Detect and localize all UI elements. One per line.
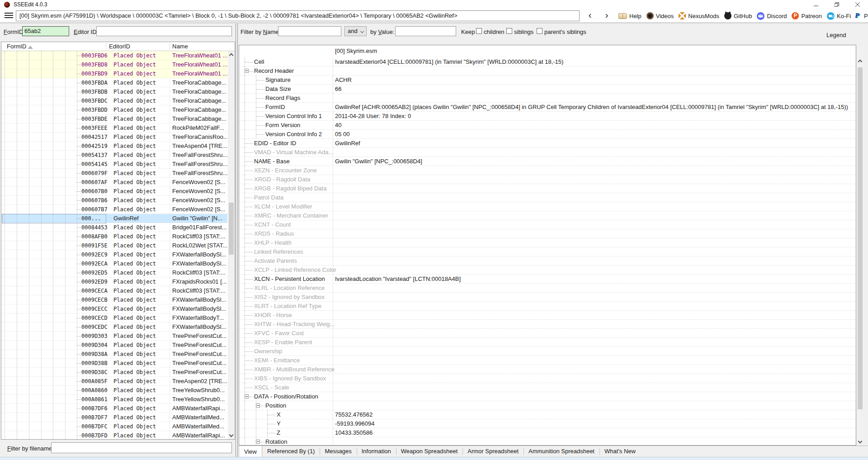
help-link[interactable]: Help: [618, 13, 642, 19]
scroll-down-icon[interactable]: [229, 433, 234, 437]
record-field-row[interactable]: Rotation: [239, 437, 856, 445]
tree-row[interactable]: 00054137Placed ObjectTreeFallForestShru.…: [1, 151, 227, 160]
keep-siblings-checkbox[interactable]: [506, 28, 512, 34]
record-field-row[interactable]: X75532.476562: [239, 410, 856, 419]
tree-row[interactable]: 00084453Placed ObjectBridge01FallForest.…: [1, 223, 227, 232]
tree-row[interactable]: 0003FBD9Placed ObjectTreeFloraWheat01 ..…: [1, 69, 227, 78]
tree-row[interactable]: 000B7DFCPlaced ObjectAMBWaterfallMed...: [1, 422, 227, 431]
record-field-row[interactable]: XIBS - Ignored By Sandbox: [239, 374, 856, 383]
detail-scrollbar[interactable]: [857, 47, 863, 446]
tree-row[interactable]: 000607B6Placed ObjectFenceWoven02 [S...: [1, 196, 227, 205]
record-field-row[interactable]: Record Header: [239, 66, 856, 76]
tree-row[interactable]: 0003FBDDPlaced ObjectTreeFloraCabbage...: [1, 105, 227, 114]
tree-row[interactable]: 000A0860Placed ObjectTreeYellowShrub0...: [1, 386, 227, 395]
record-field-row[interactable]: Patrol Data: [239, 193, 856, 202]
close-button[interactable]: [847, 0, 868, 9]
field-value[interactable]: 05 00: [335, 131, 350, 138]
field-value[interactable]: 66: [335, 85, 341, 92]
detail-scroll-up-icon[interactable]: [858, 60, 863, 64]
record-field-row[interactable]: XRDS - Radius: [239, 229, 856, 238]
record-field-row[interactable]: Form Version40: [239, 121, 856, 130]
tab-weapon-spreadsheet[interactable]: Weapon Spreadsheet: [396, 446, 463, 457]
tree-row[interactable]: 0009CECBPlaced ObjectFXWaterfallBodySl..…: [1, 295, 227, 304]
record-field-row[interactable]: XEZN - Encounter Zone: [239, 166, 856, 175]
record-field-row[interactable]: EDID - Editor IDGwilinRef: [239, 139, 856, 148]
tree-row[interactable]: 0009CECAPlaced ObjectRockCliff03 [STAT:.…: [1, 286, 227, 295]
record-field-row[interactable]: XLRL - Location Reference: [239, 284, 856, 293]
tree-row[interactable]: 0008AFB0Placed ObjectRockCliff03 [STAT:.…: [1, 232, 227, 241]
record-field-row[interactable]: XRGB - Ragdoll Biped Data: [239, 184, 856, 193]
record-field-row[interactable]: Z10433.350586: [239, 428, 856, 437]
tree-row[interactable]: 0003FBD6Placed ObjectTreeFloraWheat01 ..…: [1, 51, 227, 60]
tree-row[interactable]: 0003FBD8Placed ObjectTreeFloraWheat01 ..…: [1, 60, 227, 69]
record-field-row[interactable]: XIS2 - Ignored by Sandbox: [239, 293, 856, 302]
record-field-row[interactable]: XMRC - Merchant Container: [239, 211, 856, 220]
tree-row[interactable]: 0009CECCPlaced ObjectFXWaterfallBodySl..…: [1, 304, 227, 313]
record-field-row[interactable]: Linked References: [239, 247, 856, 256]
tree-row[interactable]: 0009D38BPlaced ObjectTreePineForestCut..…: [1, 359, 227, 368]
tab-referenced-by-1[interactable]: Referenced By (1): [262, 446, 320, 457]
tree-row[interactable]: 000B7DFDPlaced ObjectAMBWaterfallRapi...: [1, 431, 227, 439]
tree-row[interactable]: 0003FEEEPlaced ObjectRockPileM02FallF...: [1, 123, 227, 133]
record-field-row[interactable]: XCNT - Count: [239, 220, 856, 229]
tree-row[interactable]: 00091F5EPlaced ObjectRockL02Wet [STAT...: [1, 241, 227, 250]
record-field-row[interactable]: XCLP - Linked Reference Color: [239, 266, 856, 275]
record-field-row[interactable]: XSCL - Scale: [239, 383, 856, 392]
column-header-editorid[interactable]: EditorID: [109, 43, 130, 50]
tree-row[interactable]: 0009D303Placed ObjectTreePineForestCut..…: [1, 332, 227, 341]
editorid-filter-input[interactable]: [96, 26, 232, 36]
tree-row[interactable]: 000A0861Placed ObjectTreeYellowShrub0...: [1, 395, 227, 404]
videos-link[interactable]: Videos: [646, 12, 674, 19]
scroll-up-icon[interactable]: [229, 53, 234, 58]
forward-button[interactable]: ›: [600, 9, 613, 22]
formid-filter-input[interactable]: 65ab2: [22, 26, 69, 36]
menu-icon[interactable]: [5, 13, 13, 19]
github-link[interactable]: GitHub: [724, 12, 752, 19]
field-value[interactable]: ACHR: [335, 76, 352, 83]
minimize-button[interactable]: [806, 0, 826, 9]
tree-row[interactable]: 00054145Placed ObjectTreeFallForestShru.…: [1, 160, 227, 169]
collapse-icon[interactable]: [256, 403, 260, 408]
filename-filter-input[interactable]: [51, 442, 232, 453]
tree-row[interactable]: 0006079FPlaced ObjectTreeFallForestShru.…: [1, 169, 227, 178]
record-field-row[interactable]: XLCM - Level Modifier: [239, 202, 856, 211]
filter-name-input[interactable]: [278, 26, 341, 36]
tree-row[interactable]: 000B7DF7Placed ObjectAMBWaterfallMed...: [1, 413, 227, 422]
record-field-row[interactable]: Y-59193.996094: [239, 419, 856, 428]
record-field-row[interactable]: VMAD - Virtual Machine Ada...: [239, 148, 856, 157]
kofi-link[interactable]: Ko-Fi: [827, 12, 851, 20]
legend-link[interactable]: Legend: [826, 32, 846, 38]
record-field-row[interactable]: FormIDGwilinRef [ACHR:00065AB2] (places …: [239, 103, 856, 112]
column-header-formid[interactable]: FormID: [7, 43, 26, 50]
tree-scrollbar-thumb[interactable]: [229, 203, 234, 255]
field-value[interactable]: 2011-04-28 User: 78 Index: 0: [335, 113, 411, 119]
back-button[interactable]: ‹: [584, 9, 596, 22]
patreon-link[interactable]: Patreon: [792, 12, 822, 19]
record-field-row[interactable]: XLRT - Location Ref Type: [239, 302, 856, 311]
tree-row[interactable]: 000607B7Placed ObjectFenceWoven02 [S...: [1, 205, 227, 214]
discord-link[interactable]: Discord: [757, 12, 787, 20]
field-value[interactable]: Gwilin "Gwilin" [NPC_:000658D4]: [335, 158, 422, 165]
tree-row[interactable]: 0003FBDCPlaced ObjectTreeFloraCabbage...: [1, 96, 227, 105]
field-value[interactable]: 40: [335, 122, 341, 128]
tree-row[interactable]: 000B7DF6Placed ObjectAMBWaterfallRapi...: [1, 404, 227, 413]
record-field-row[interactable]: XRGD - Ragdoll Data: [239, 175, 856, 184]
field-value[interactable]: IvarsteadLocation "Ivarstead" [LCTN:0001…: [335, 275, 461, 282]
tree-row[interactable]: 000607AFPlaced ObjectFenceWoven02 [S...: [1, 178, 227, 187]
tree-row[interactable]: 0009D304Placed ObjectTreePineForestCut..…: [1, 341, 227, 350]
tree-row[interactable]: 00092ED9Placed ObjectFXrapidsRocks01 [..…: [1, 277, 227, 286]
record-field-row[interactable]: Record Flags: [239, 94, 856, 103]
tree-row[interactable]: 0003FBDAPlaced ObjectTreeFloraCabbage...: [1, 78, 227, 87]
record-field-row[interactable]: Version Control Info 12011-04-28 User: 7…: [239, 112, 856, 121]
tree-row[interactable]: 000A085FPlaced ObjectTreeAspen02 [TRE...: [1, 377, 227, 386]
field-value[interactable]: 75532.476562: [335, 411, 373, 418]
tab-view[interactable]: View: [239, 446, 262, 457]
field-value[interactable]: IvarsteadExterior04 [CELL:00009781] (in …: [335, 58, 563, 65]
tree-row[interactable]: 000...GwilinRefGwilin "Gwilin" [N...: [1, 214, 227, 223]
record-field-row[interactable]: SignatureACHR: [239, 76, 856, 85]
tree-row[interactable]: 0009CEDCPlaced ObjectFXWaterfallBodySl..…: [1, 322, 227, 332]
record-field-row[interactable]: XFVC - Favor Cost: [239, 329, 856, 338]
record-field-row[interactable]: Version Control Info 205 00: [239, 130, 856, 139]
field-value[interactable]: 10433.350586: [335, 429, 373, 436]
tree-row[interactable]: 00092ED5Placed ObjectRockCliff03 [STAT:.…: [1, 268, 227, 277]
